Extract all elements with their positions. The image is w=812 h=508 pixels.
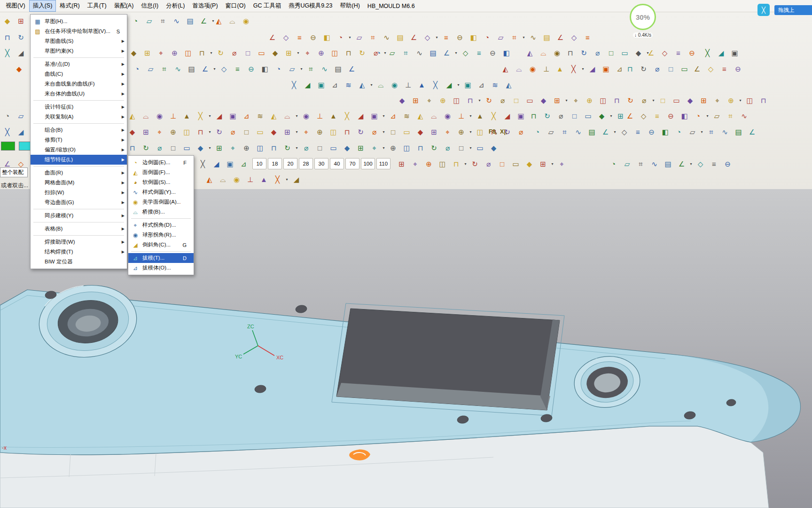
menu-item[interactable]: ◕软倒圆(S)... [128, 177, 194, 187]
toolbar-icon[interactable]: ◆ [414, 126, 427, 138]
toolbar-icon[interactable]: ▤ [185, 63, 198, 75]
dropdown-caret-icon[interactable]: ▾ [468, 146, 473, 150]
toolbar-icon[interactable]: ◆ [684, 94, 696, 107]
toolbar-icon[interactable]: ⊥ [313, 110, 326, 122]
menu-item[interactable]: 组合(B)▶ [31, 125, 127, 135]
toolbar-icon[interactable]: ⊓ [464, 94, 476, 107]
grid-size-button[interactable]: 28 [299, 158, 313, 169]
grid-size-button[interactable]: 20 [283, 158, 297, 169]
toolbar-icon[interactable]: ╳ [288, 79, 300, 91]
toolbar-icon[interactable]: ╳ [701, 47, 714, 59]
toolbar-icon[interactable]: ⌗ [158, 63, 171, 75]
toolbar-icon[interactable]: ⊞ [140, 126, 152, 138]
toolbar-icon[interactable]: ≋ [489, 79, 501, 91]
toolbar-icon[interactable]: ╳ [196, 158, 209, 170]
toolbar-icon[interactable]: ⊕ [583, 94, 596, 107]
menubar-item[interactable]: 帮助(H) [336, 0, 364, 12]
toolbar-icon[interactable]: ▣ [224, 158, 236, 170]
menu-item[interactable]: ▨在任务环境中绘制草图(V)...S [31, 26, 127, 36]
toolbar-icon[interactable]: ▤ [394, 31, 406, 44]
toolbar-icon[interactable]: ∿ [172, 63, 184, 75]
toolbar-icon[interactable]: ⌀ [496, 94, 509, 107]
dropdown-caret-icon[interactable]: ▾ [435, 35, 439, 40]
toolbar-icon[interactable]: ≋ [254, 110, 266, 122]
dropdown-caret-icon[interactable]: ▾ [468, 114, 473, 118]
toolbar-icon[interactable]: ▭ [180, 142, 193, 154]
toolbar-icon[interactable]: ▭ [509, 158, 522, 170]
toolbar-icon[interactable]: ↻ [483, 94, 495, 107]
toolbar-icon[interactable]: ◧ [320, 31, 333, 44]
toolbar-icon[interactable]: ◆ [396, 94, 408, 107]
toolbar-icon[interactable]: ⊖ [453, 31, 466, 44]
toolbar-icon[interactable]: ⌗ [724, 110, 737, 122]
toolbar-icon[interactable]: ◫ [254, 142, 266, 154]
toolbar-icon[interactable]: ⌀ [153, 142, 166, 154]
toolbar-icon[interactable]: ↻ [541, 110, 554, 122]
dropdown-caret-icon[interactable]: ▾ [581, 67, 585, 71]
toolbar-icon[interactable]: ↻ [214, 47, 227, 59]
toolbar-icon[interactable]: ∿ [413, 47, 426, 59]
menubar-item[interactable]: 工具(T) [84, 0, 110, 12]
toolbar-icon[interactable]: ∿ [718, 126, 731, 138]
toolbar-icon[interactable]: ⊖ [645, 126, 658, 138]
toolbar-icon[interactable]: ⌗ [304, 63, 317, 75]
toolbar-icon[interactable]: ◫ [743, 94, 756, 107]
toolbar-icon[interactable]: ⌖ [441, 126, 454, 138]
toolbar-icon[interactable]: ⌖ [555, 158, 568, 170]
toolbar-icon[interactable]: ⌀ [515, 126, 527, 138]
selection-scope-dropdown[interactable]: 整个装配 [0, 167, 28, 177]
toolbar-icon[interactable]: ⌀ [441, 142, 454, 154]
dropdown-caret-icon[interactable]: ▾ [295, 114, 299, 118]
toolbar-icon[interactable]: ◭ [523, 47, 536, 59]
menu-item[interactable]: 基准/点(D)▶ [31, 59, 127, 69]
menu-item[interactable]: ◉球形拐角(R)... [128, 230, 194, 240]
toolbar-icon[interactable]: ◢ [15, 126, 27, 138]
toolbar-icon[interactable]: ◉ [526, 63, 539, 75]
menu-item[interactable]: 来自曲线集的曲线(F)▶ [31, 79, 127, 89]
toolbar-icon[interactable]: ◔ [481, 31, 493, 44]
grid-size-button[interactable]: 10 [252, 158, 266, 169]
grid-size-button[interactable]: 70 [345, 158, 359, 169]
dropdown-caret-icon[interactable]: ▾ [564, 98, 569, 103]
grid-size-button[interactable]: 30 [314, 158, 328, 169]
toolbar-icon[interactable]: ∠ [199, 63, 211, 75]
dropdown-caret-icon[interactable]: ▾ [382, 146, 386, 150]
toolbar-icon[interactable]: ⊕ [455, 126, 468, 138]
toolbar-icon[interactable]: ↻ [15, 31, 27, 44]
toolbar-icon[interactable]: ⌀ [368, 126, 381, 138]
toolbar-icon[interactable]: ◆ [126, 126, 139, 138]
toolbar-icon[interactable]: ◔ [672, 126, 685, 138]
menubar-item[interactable]: 燕秀UG模具9.23 [285, 0, 336, 12]
menu-item[interactable]: BIW 定位器 [31, 257, 127, 267]
toolbar-icon[interactable]: ◔ [692, 110, 704, 122]
toolbar-icon[interactable]: ◭ [499, 63, 512, 75]
toolbar-icon[interactable]: ⊕ [168, 47, 181, 59]
menu-item[interactable]: 草图约束(K)▶ [31, 46, 127, 56]
toolbar-icon[interactable]: ∿ [380, 31, 393, 44]
menu-item[interactable]: ◢倒斜角(C)...G [128, 240, 194, 250]
toolbar-icon[interactable]: ≡ [473, 47, 485, 59]
toolbar-icon[interactable]: ◭ [126, 110, 139, 122]
toolbar-icon[interactable]: ⊥ [455, 110, 468, 122]
toolbar-icon[interactable]: ⌀ [300, 142, 312, 154]
toolbar-icon[interactable]: ⊥ [244, 173, 257, 186]
toolbar-icon[interactable]: ⊖ [721, 158, 734, 170]
toolbar-icon[interactable]: ◆ [267, 126, 280, 138]
toolbar-icon[interactable]: □ [664, 63, 677, 75]
menu-item[interactable]: ⊿拔模体(O)... [128, 263, 194, 273]
toolbar-icon[interactable]: ◭ [212, 15, 225, 27]
toolbar-icon[interactable]: ▱ [15, 110, 27, 122]
toolbar-icon[interactable]: ◆ [194, 142, 207, 154]
toolbar-icon[interactable]: ⊞ [282, 47, 295, 59]
toolbar-icon[interactable]: ⌀ [591, 47, 604, 59]
toolbar-icon[interactable]: ⊖ [732, 63, 744, 75]
toolbar-icon[interactable]: ⊓ [341, 126, 353, 138]
toolbar-icon[interactable]: ⊕ [387, 142, 399, 154]
toolbar-icon[interactable]: ⊕ [437, 94, 449, 107]
toolbar-icon[interactable]: ▤ [662, 158, 674, 170]
toolbar-icon[interactable]: ⌗ [399, 47, 412, 59]
toolbar-icon[interactable]: ◇ [280, 31, 292, 44]
toolbar-icon[interactable]: ▭ [670, 94, 683, 107]
toolbar-icon[interactable]: ◢ [301, 79, 314, 91]
toolbar-icon[interactable]: ∠ [407, 31, 420, 44]
